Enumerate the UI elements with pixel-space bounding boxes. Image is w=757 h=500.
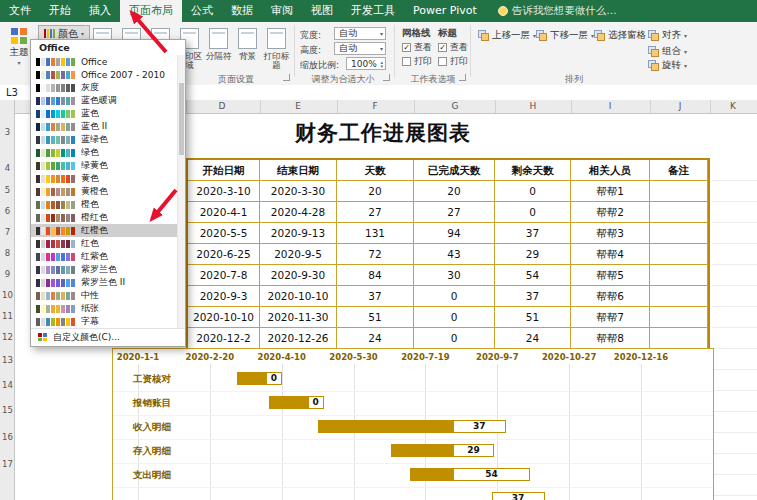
row-header-5[interactable]: 5 — [0, 185, 15, 195]
color-theme-item[interactable]: 黄橙色 — [31, 185, 185, 198]
table-cell[interactable]: 2020-4-28 — [260, 202, 337, 223]
column-header-F[interactable]: F — [372, 100, 377, 113]
headings-view-checkbox[interactable] — [438, 43, 447, 52]
table-cell[interactable] — [650, 307, 708, 328]
column-header-H[interactable]: H — [530, 100, 537, 113]
table-cell[interactable]: 2020-9-30 — [260, 265, 337, 286]
color-theme-item[interactable]: 蓝色 II — [31, 120, 185, 133]
table-cell[interactable]: 帮帮2 — [571, 202, 650, 223]
sheet-options-dialog-launcher[interactable] — [459, 74, 466, 81]
row-header-15[interactable]: 15 — [0, 405, 15, 415]
row-header-8[interactable]: 8 — [0, 248, 15, 258]
table-cell[interactable]: 帮帮1 — [571, 181, 650, 202]
table-cell[interactable]: 2020-3-30 — [260, 181, 337, 202]
page-setup-button[interactable]: 打印标题 — [262, 26, 291, 72]
color-theme-item[interactable]: 蓝色暖调 — [31, 94, 185, 107]
gantt-bar-completed[interactable] — [237, 372, 266, 385]
column-header-D[interactable]: D — [219, 100, 226, 113]
table-cell[interactable]: 51 — [495, 307, 571, 328]
height-select[interactable]: 自动▾ — [334, 42, 386, 55]
row-header-12[interactable]: 12 — [0, 332, 15, 342]
table-header-cell[interactable]: 备注 — [650, 160, 708, 181]
column-header-K[interactable]: K — [730, 100, 736, 113]
row-header-9[interactable]: 9 — [0, 269, 15, 279]
table-cell[interactable]: 2020-10-10 — [260, 286, 337, 307]
ribbon-tab-1[interactable]: 开始 — [40, 0, 80, 22]
table-header-cell[interactable]: 已完成天数 — [414, 160, 495, 181]
table-cell[interactable]: 2020-9-3 — [188, 286, 260, 307]
arrange-button[interactable]: 下移一层▾ — [536, 28, 594, 42]
table-header-cell[interactable]: 相关人员 — [571, 160, 650, 181]
page-setup-button[interactable]: 背景 — [233, 26, 262, 72]
table-cell[interactable] — [650, 244, 708, 265]
ribbon-tab-file[interactable]: 文件 — [0, 0, 40, 22]
table-cell[interactable]: 43 — [414, 244, 495, 265]
color-theme-item[interactable]: 中性 — [31, 289, 185, 302]
select-all-corner[interactable] — [0, 100, 15, 113]
color-theme-item[interactable]: 绿黄色 — [31, 159, 185, 172]
table-cell[interactable]: 37 — [337, 286, 414, 307]
row-header-6[interactable]: 6 — [0, 206, 15, 216]
gantt-bar-completed[interactable] — [391, 444, 453, 457]
ribbon-tab-9[interactable]: Power Pivot — [404, 0, 486, 22]
table-cell[interactable]: 帮帮4 — [571, 244, 650, 265]
table-cell[interactable] — [650, 265, 708, 286]
table-cell[interactable]: 2020-3-10 — [188, 181, 260, 202]
ribbon-tab-7[interactable]: 视图 — [302, 0, 342, 22]
color-theme-item[interactable]: 灰度 — [31, 81, 185, 94]
ribbon-tab-3[interactable]: 页面布局 — [120, 0, 182, 22]
scale-dialog-launcher[interactable] — [383, 74, 390, 81]
table-cell[interactable]: 2020-4-1 — [188, 202, 260, 223]
row-header-3[interactable]: 3 — [0, 127, 15, 137]
table-cell[interactable]: 0 — [414, 307, 495, 328]
table-cell[interactable]: 帮帮8 — [571, 328, 650, 349]
headings-print-checkbox[interactable] — [438, 57, 447, 66]
column-header-E[interactable]: E — [295, 100, 301, 113]
tell-me-search[interactable]: 告诉我您想要做什么… — [498, 0, 617, 22]
scale-input[interactable]: 100% ▴▾ — [346, 57, 386, 70]
table-cell[interactable]: 94 — [414, 223, 495, 244]
color-theme-item[interactable]: 红橙色 — [31, 224, 185, 237]
table-cell[interactable]: 2020-7-8 — [188, 265, 260, 286]
table-cell[interactable] — [650, 286, 708, 307]
ribbon-tab-8[interactable]: 开发工具 — [342, 0, 404, 22]
menu-scrollbar[interactable] — [177, 55, 185, 328]
table-cell[interactable]: 29 — [495, 244, 571, 265]
table-cell[interactable] — [650, 181, 708, 202]
gantt-chart[interactable]: 2020-1-12020-2-202020-4-102020-5-302020-… — [112, 348, 714, 500]
gantt-bar-completed[interactable] — [318, 420, 453, 433]
color-theme-item[interactable]: 橙红色 — [31, 211, 185, 224]
table-cell[interactable]: 51 — [337, 307, 414, 328]
color-theme-item[interactable]: 蓝色 — [31, 107, 185, 120]
formula-input[interactable] — [92, 85, 757, 100]
color-theme-item[interactable]: Office 2007 - 2010 — [31, 68, 185, 81]
column-header-G[interactable]: G — [452, 100, 459, 113]
color-theme-item[interactable]: 黄色 — [31, 172, 185, 185]
page-setup-dialog-launcher[interactable] — [283, 74, 290, 81]
arrange-button[interactable]: 旋转▾ — [648, 58, 687, 72]
gantt-bar-remaining[interactable]: 29 — [453, 444, 495, 457]
table-cell[interactable]: 84 — [337, 265, 414, 286]
ribbon-tab-2[interactable]: 插入 — [80, 0, 120, 22]
table-cell[interactable]: 帮帮3 — [571, 223, 650, 244]
color-theme-item[interactable]: 红色 — [31, 237, 185, 250]
arrange-button[interactable]: 对齐▾ — [648, 28, 687, 42]
color-theme-item[interactable]: 红紫色 — [31, 250, 185, 263]
row-header-17[interactable]: 17 — [0, 459, 15, 469]
table-cell[interactable]: 2020-12-26 — [260, 328, 337, 349]
table-cell[interactable]: 0 — [414, 328, 495, 349]
table-cell[interactable]: 37 — [495, 223, 571, 244]
arrange-button[interactable]: 上移一层▾ — [478, 28, 536, 42]
spinner-icon[interactable]: ▴▾ — [380, 60, 383, 68]
table-cell[interactable]: 24 — [337, 328, 414, 349]
gantt-bar-completed[interactable] — [410, 468, 453, 481]
table-header-cell[interactable]: 剩余天数 — [495, 160, 571, 181]
table-cell[interactable]: 0 — [495, 202, 571, 223]
color-theme-item[interactable]: 蓝绿色 — [31, 133, 185, 146]
page-setup-button[interactable]: 分隔符 — [204, 26, 233, 72]
table-cell[interactable]: 0 — [414, 286, 495, 307]
table-cell[interactable]: 30 — [414, 265, 495, 286]
color-theme-item[interactable]: 紫罗兰色 II — [31, 276, 185, 289]
row-header-7[interactable]: 7 — [0, 227, 15, 237]
color-theme-item[interactable]: 橙色 — [31, 198, 185, 211]
